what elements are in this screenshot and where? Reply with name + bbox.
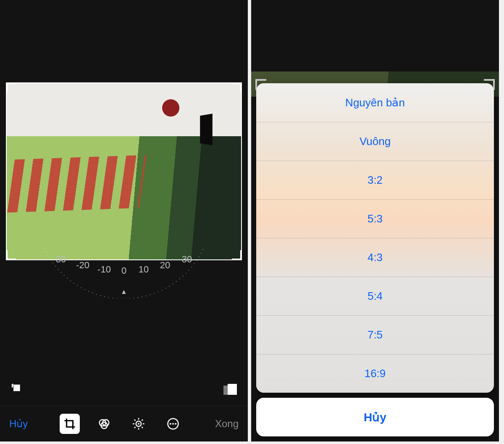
- aspect-option-square[interactable]: Vuông: [256, 122, 494, 161]
- dial-tick: 0: [121, 265, 126, 276]
- aspect-option-16-9[interactable]: 16:9: [256, 354, 494, 393]
- crop-frame[interactable]: [6, 82, 242, 260]
- crop-handle-bottom-left[interactable]: [6, 250, 16, 260]
- photo-preview: [7, 83, 241, 259]
- svg-point-18: [175, 423, 176, 425]
- dial-tick: 10: [139, 264, 149, 275]
- aspect-option-7-5[interactable]: 7:5: [256, 315, 494, 354]
- svg-line-13: [142, 420, 143, 421]
- aspect-ratio-button[interactable]: [222, 381, 239, 398]
- aspect-option-list: Nguyên bản Vuông 3:2 5:3 4:3 5:4 7:5 16:…: [256, 83, 494, 393]
- tool-more[interactable]: [163, 414, 183, 434]
- rotation-dial[interactable]: 30 -20 -10 0 10 20 30 ▲: [36, 248, 212, 299]
- svg-line-12: [134, 427, 136, 428]
- aspect-option-5-3[interactable]: 5:3: [256, 199, 494, 238]
- aspect-option-5-4[interactable]: 5:4: [256, 277, 494, 315]
- tool-filters[interactable]: [94, 414, 114, 434]
- adjust-icon: [132, 418, 145, 430]
- aspect-option-original[interactable]: Nguyên bản: [256, 83, 494, 122]
- filters-icon: [98, 418, 110, 430]
- cancel-button[interactable]: Hủy: [6, 415, 31, 432]
- svg-line-10: [134, 420, 136, 421]
- crop-handle-top-left[interactable]: [6, 82, 16, 92]
- svg-rect-1: [223, 386, 229, 395]
- aspect-action-sheet: Nguyên bản Vuông 3:2 5:3 4:3 5:4 7:5 16:…: [256, 83, 494, 436]
- svg-point-17: [172, 423, 174, 425]
- editor-toolbar: Hủy: [0, 405, 248, 441]
- svg-line-11: [142, 427, 143, 428]
- crop-handle-bottom-right[interactable]: [232, 250, 242, 260]
- crop-handle-top-right[interactable]: [232, 82, 242, 92]
- dial-tick: 30: [182, 254, 192, 264]
- editor-screen: 30 -20 -10 0 10 20 30 ▲: [0, 0, 248, 441]
- svg-point-14: [138, 423, 139, 425]
- dial-tick: -10: [97, 264, 111, 275]
- photo-canvas[interactable]: 30 -20 -10 0 10 20 30 ▲: [0, 0, 248, 338]
- sheet-cancel-button[interactable]: Hủy: [256, 398, 494, 436]
- svg-point-16: [170, 423, 171, 425]
- tool-adjust[interactable]: [129, 414, 149, 434]
- crop-icon: [63, 418, 76, 430]
- done-button[interactable]: Xong: [212, 415, 242, 432]
- rotate-icon: [10, 382, 25, 396]
- tool-crop[interactable]: [60, 414, 80, 434]
- aspect-icon: [223, 383, 238, 396]
- dial-tick: 20: [160, 260, 170, 270]
- aspect-option-4-3[interactable]: 4:3: [256, 238, 494, 277]
- dial-tick: 30: [56, 254, 66, 264]
- crop-actions-row: [0, 378, 248, 401]
- dial-pointer-icon: ▲: [121, 288, 127, 296]
- dial-tick: -20: [76, 260, 89, 270]
- more-icon: [167, 418, 179, 430]
- aspect-sheet-screen: Nguyên bản Vuông 3:2 5:3 4:3 5:4 7:5 16:…: [251, 0, 499, 441]
- rotate-90-button[interactable]: [9, 381, 26, 398]
- aspect-option-3-2[interactable]: 3:2: [256, 161, 494, 199]
